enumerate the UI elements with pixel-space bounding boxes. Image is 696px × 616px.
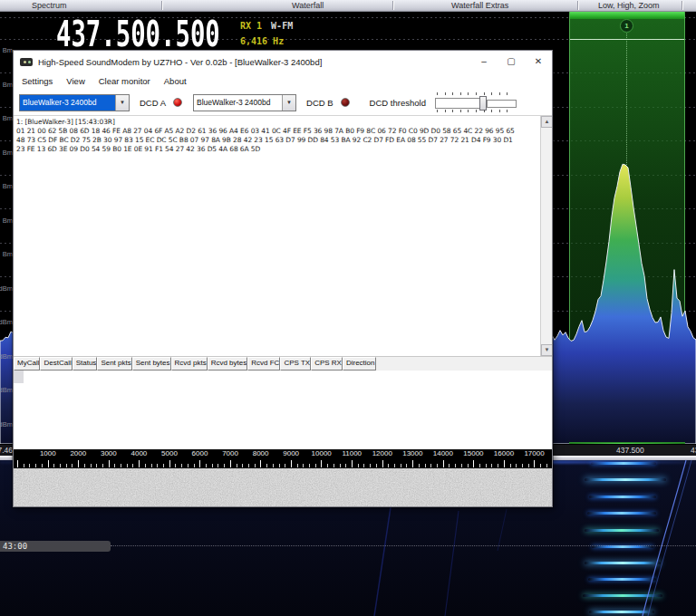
dbm-label: Bm: [0, 68, 13, 102]
scale-tick-label: 13000: [398, 449, 429, 459]
section-divider: [682, 1, 682, 10]
scale-tick-label: 11000: [336, 449, 367, 459]
column-header[interactable]: Rcvd pkts: [171, 357, 208, 371]
menu-item[interactable]: Clear monitor: [99, 76, 150, 86]
scale-tick-label: 12000: [367, 449, 398, 459]
bandwidth-label: 6,416 Hz: [240, 36, 284, 46]
dbm-label: Bm: [0, 136, 13, 170]
chevron-down-icon[interactable]: ▼: [282, 95, 295, 111]
slider-ticks: [437, 92, 515, 95]
timestamp-text: 43:00: [0, 541, 111, 552]
dbm-label: Bm: [0, 34, 13, 68]
column-header[interactable]: DestCall: [40, 357, 72, 371]
menu-item[interactable]: About: [164, 76, 187, 86]
tab-low-high-zoom[interactable]: Low, High, Zoom: [598, 1, 660, 10]
scale-ruler: [14, 460, 552, 467]
slider-ticks: [437, 110, 515, 112]
column-header[interactable]: Direction: [343, 357, 376, 371]
scale-tick-label: 2000: [63, 449, 94, 459]
tab-waterfall[interactable]: Waterfall: [292, 1, 324, 10]
monitor-line: 48 73 C5 DF BC D2 75 2B 30 97 83 15 EC D…: [16, 136, 537, 145]
section-divider: [577, 1, 578, 10]
audio-frequency-scale[interactable]: 1000200030004000500060007000800090001000…: [14, 449, 552, 468]
menu-item[interactable]: View: [66, 76, 84, 86]
dbm-label: Bm: [0, 237, 13, 272]
monitor-line: 23 FE 13 6D 3E 09 D0 54 59 B0 1E 0E 91 F…: [16, 145, 537, 154]
slider-thumb[interactable]: [479, 96, 487, 111]
slider-groove[interactable]: [435, 98, 480, 109]
sdr-application: Spectrum Waterfall Waterfall Extras Low,…: [0, 0, 696, 616]
dcd-a-led: [173, 98, 182, 107]
frequency-digits[interactable]: 437.500.500: [56, 14, 220, 54]
scroll-up-icon[interactable]: ▲: [541, 116, 552, 128]
window-filler: [14, 383, 552, 449]
freq-axis-label-center: 437.500: [616, 446, 644, 455]
monitor-scrollbar[interactable]: ▲ ▼: [540, 116, 552, 356]
dcd-a-label: DCD A: [140, 98, 166, 108]
frequency-readout[interactable]: 437.500.500 RX 1W-FM 6,416 Hz: [56, 14, 290, 54]
column-header[interactable]: Rcvd bytes: [208, 357, 248, 371]
connections-table-header: MyCallDestCallStatusSent pktsSent bytesR…: [14, 357, 552, 371]
table-cell[interactable]: [23, 371, 24, 383]
column-header[interactable]: Sent bytes: [132, 357, 171, 371]
soundmodem-titlebar[interactable]: High-Speed SoundModem by UZ7HO - Ver 0.0…: [14, 51, 552, 72]
dbm-label: dBm: [0, 305, 13, 340]
dbm-label: Bm: [0, 169, 13, 204]
column-header[interactable]: MyCall: [14, 357, 40, 371]
freq-axis-label-right: 437.54: [691, 446, 696, 455]
connections-table-row[interactable]: [14, 371, 552, 383]
tab-spectrum[interactable]: Spectrum: [32, 1, 67, 10]
scale-tick-label: 8000: [246, 449, 276, 459]
timestamp-line: [111, 545, 696, 546]
rx-channel-label: RX 1: [240, 21, 262, 31]
waterfall-timestamp: 43:00: [0, 541, 111, 552]
scale-tick-labels: 1000200030004000500060007000800090001000…: [14, 449, 552, 459]
column-header[interactable]: CPS RX: [311, 357, 343, 371]
column-header[interactable]: Status: [72, 357, 98, 371]
scale-tick-label: 9000: [276, 449, 306, 459]
scale-tick-label: 7000: [215, 449, 246, 459]
column-header[interactable]: Rcvd FC: [247, 357, 280, 371]
scale-tick-label: 10000: [306, 449, 337, 459]
dcd-b-led: [341, 98, 350, 107]
close-icon[interactable]: ✕: [525, 52, 552, 72]
soundmodem-toolbar: BlueWalker-3 2400bd ▼ DCD A BlueWalker-3…: [14, 90, 552, 116]
column-header[interactable]: Sent pkts: [97, 357, 131, 371]
soundmodem-app-icon: [20, 58, 33, 66]
minimize-icon[interactable]: –: [470, 52, 498, 72]
dbm-label: Bm: [0, 204, 13, 238]
monitor-text: 1: [BlueWalker-3] [15:43:03R]01 21 00 62…: [14, 116, 552, 154]
scale-tick-label: 5000: [154, 449, 185, 459]
soundmodem-menubar: SettingsViewClear monitorAbout: [14, 72, 552, 90]
scale-tick-label: 15000: [459, 449, 489, 459]
chevron-down-icon[interactable]: ▼: [115, 95, 129, 111]
scale-tick-label: 6000: [185, 449, 216, 459]
dcd-b-label: DCD B: [306, 98, 334, 108]
modem-b-select[interactable]: BlueWalker-3 2400bd ▼: [193, 94, 296, 111]
maximize-icon[interactable]: ▢: [498, 52, 525, 72]
window-title: High-Speed SoundModem by UZ7HO - Ver 0.0…: [38, 57, 470, 67]
mode-label[interactable]: W-FM: [271, 21, 293, 31]
scale-tick-label: 4000: [124, 449, 155, 459]
scroll-down-icon[interactable]: ▼: [541, 344, 552, 356]
monitor-area: 1: [BlueWalker-3] [15:43:03R]01 21 00 62…: [14, 116, 552, 357]
slider-groove-right[interactable]: [487, 100, 517, 108]
modem-a-value: BlueWalker-3 2400bd: [20, 95, 115, 111]
dbm-label: Bm: [0, 101, 13, 136]
dcd-threshold-label: DCD threshold: [370, 98, 426, 108]
dbm-label: dBm: [0, 373, 13, 408]
modem-a-select[interactable]: BlueWalker-3 2400bd ▼: [19, 94, 130, 111]
tab-waterfall-extras[interactable]: Waterfall Extras: [451, 1, 508, 10]
column-header[interactable]: CPS TX: [280, 357, 311, 371]
section-divider: [392, 1, 393, 10]
dbm-label: dBm: [0, 272, 13, 306]
menu-item[interactable]: Settings: [22, 76, 53, 86]
dbm-label: dBm: [0, 408, 13, 442]
dcd-threshold-slider[interactable]: [435, 91, 517, 113]
modem-b-value: BlueWalker-3 2400bd: [194, 95, 282, 111]
freq-axis-label-left: 437.46: [0, 446, 13, 455]
dbm-label: dBm: [0, 340, 13, 374]
soundmodem-window: High-Speed SoundModem by UZ7HO - Ver 0.0…: [13, 50, 553, 507]
soundmodem-waterfall[interactable]: [14, 468, 552, 506]
scale-tick-label: 1000: [33, 449, 63, 459]
